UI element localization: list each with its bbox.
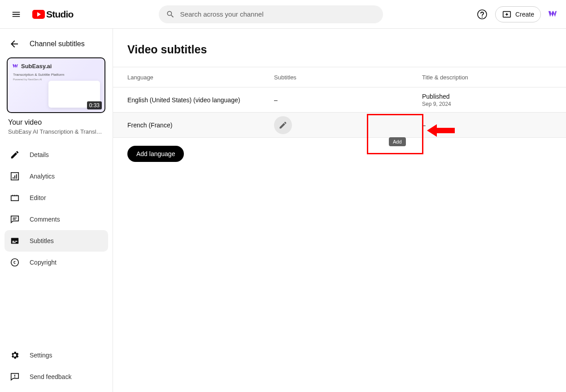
create-label: Create: [515, 11, 534, 18]
sidebar-item-subtitles[interactable]: Subtitles: [4, 230, 108, 252]
sidebar-item-editor[interactable]: Editor: [0, 187, 113, 209]
create-icon: [502, 9, 512, 19]
tooltip-add: Add: [389, 137, 406, 146]
svg-rect-6: [13, 242, 16, 243]
gear-icon: [10, 350, 20, 360]
col-title: Title & description: [422, 74, 468, 81]
comments-icon: [10, 214, 20, 224]
cell-title: –: [422, 122, 426, 129]
cell-subtitles: [274, 116, 422, 134]
nav-label: Send feedback: [30, 373, 71, 380]
thumb-sub: Transcription & Subtitle Platform: [13, 73, 64, 77]
nav-label: Subtitles: [30, 237, 54, 244]
thumb-duration: 0:33: [87, 101, 102, 109]
brand-w-icon: [12, 63, 18, 70]
table-row[interactable]: English (United States) (video language)…: [113, 87, 566, 113]
back-row[interactable]: Channel subtitles: [0, 32, 113, 56]
search-box[interactable]: [159, 5, 383, 23]
sidebar: Channel subtitles SubEasy.ai Transcripti…: [0, 29, 113, 392]
table-row[interactable]: French (France) – Add: [113, 113, 566, 138]
subtitles-icon: [10, 236, 20, 246]
cell-language: English (United States) (video language): [127, 96, 274, 104]
thumb-brand: SubEasy.ai: [21, 63, 52, 70]
pencil-icon: [10, 150, 20, 160]
svg-rect-4: [13, 241, 15, 242]
sidebar-bottom: Settings Send feedback: [0, 344, 113, 388]
sidebar-item-details[interactable]: Details: [0, 144, 113, 166]
main-content: Video subtitles Language Subtitles Title…: [113, 29, 566, 392]
cell-language: French (France): [127, 122, 274, 129]
brand-w-icon: [548, 9, 557, 19]
youtube-studio-logo[interactable]: Studio: [32, 9, 74, 20]
nav-label: Details: [30, 151, 49, 158]
analytics-icon: [10, 171, 20, 181]
cell-title: Published Sep 9, 2024: [422, 93, 451, 107]
hamburger-icon: [11, 9, 21, 19]
nav-label: Comments: [30, 216, 60, 223]
back-title: Channel subtitles: [30, 40, 85, 48]
youtube-play-icon: [32, 10, 45, 19]
logo-text: Studio: [46, 9, 74, 20]
help-button[interactable]: [475, 7, 490, 22]
hamburger-menu-button[interactable]: [7, 5, 25, 23]
nav-label: Editor: [30, 194, 46, 201]
sidebar-item-settings[interactable]: Settings: [0, 344, 113, 366]
search-input[interactable]: [180, 10, 376, 18]
search-icon: [166, 10, 175, 19]
video-label: Your video: [8, 118, 104, 126]
sidebar-item-copyright[interactable]: Copyright: [0, 252, 113, 273]
pencil-icon: [279, 121, 287, 130]
header-actions: Create: [475, 6, 559, 22]
header: Studio Create: [0, 0, 566, 29]
page-title: Video subtitles: [127, 43, 566, 56]
col-language: Language: [127, 74, 274, 81]
add-language-button[interactable]: Add language: [127, 146, 184, 162]
help-icon: [477, 9, 488, 20]
nav-label: Analytics: [30, 173, 55, 180]
editor-icon: [10, 193, 20, 203]
nav-label: Settings: [30, 352, 52, 359]
video-thumbnail[interactable]: SubEasy.ai Transcription & Subtitle Plat…: [7, 57, 106, 113]
thumb-sub2: Powered by NextGen.AI: [13, 78, 42, 81]
svg-point-7: [11, 259, 19, 266]
sidebar-item-comments[interactable]: Comments: [0, 209, 113, 230]
status-date: Sep 9, 2024: [422, 101, 451, 107]
channel-brand-icon[interactable]: [546, 8, 559, 21]
back-arrow-icon: [9, 39, 20, 49]
col-subtitles: Subtitles: [274, 74, 422, 81]
table-header: Language Subtitles Title & description: [113, 67, 566, 87]
subtitle-table: Language Subtitles Title & description E…: [113, 67, 566, 138]
status-published: Published: [422, 93, 451, 100]
sidebar-item-feedback[interactable]: Send feedback: [0, 366, 113, 388]
svg-rect-5: [15, 241, 17, 242]
create-button[interactable]: Create: [495, 6, 541, 22]
nav-label: Copyright: [30, 259, 57, 266]
add-subtitles-button[interactable]: [274, 116, 292, 134]
annotation-arrow-icon: [427, 122, 456, 139]
sidebar-nav: Details Analytics Editor Comments Subtit…: [0, 144, 113, 273]
feedback-icon: [10, 372, 20, 382]
video-title: SubEasy AI Transcription & Translati…: [8, 128, 102, 135]
copyright-icon: [10, 257, 20, 267]
sidebar-item-analytics[interactable]: Analytics: [0, 166, 113, 187]
cell-subtitles: –: [274, 96, 422, 104]
